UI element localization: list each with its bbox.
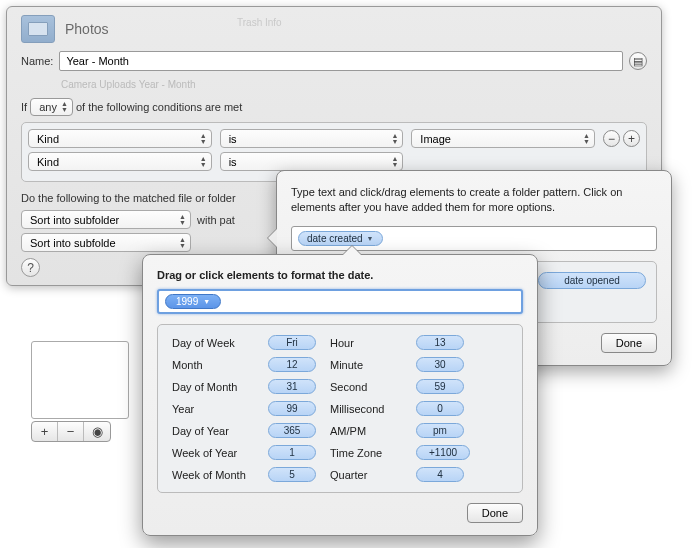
- add-button[interactable]: +: [32, 422, 58, 441]
- with-pattern-label: with pat: [197, 214, 235, 226]
- fmt-label: Year: [172, 403, 254, 415]
- done-button[interactable]: Done: [467, 503, 523, 523]
- cond-op-select[interactable]: is: [220, 129, 404, 148]
- fmt-token[interactable]: 12: [268, 357, 316, 372]
- format-box: Day of WeekFriHour13Month12Minute30Day o…: [157, 324, 523, 493]
- fmt-label: Week of Year: [172, 447, 254, 459]
- fmt-label: Day of Year: [172, 425, 254, 437]
- name-input[interactable]: [59, 51, 623, 71]
- preview-button[interactable]: ◉: [84, 422, 110, 441]
- bottom-toolbar: + − ◉: [31, 421, 111, 442]
- faded-tabs: Trash Info: [237, 17, 282, 28]
- folder-icon: [21, 15, 55, 43]
- bottom-panel: [31, 341, 129, 419]
- pattern-help-text: Type text and click/drag elements to cre…: [291, 185, 657, 216]
- fmt-label: Day of Week: [172, 337, 254, 349]
- fmt-label: Quarter: [330, 469, 402, 481]
- fmt-label: Minute: [330, 359, 402, 371]
- window-title: Photos: [65, 21, 109, 37]
- cond-attr-select[interactable]: Kind: [28, 152, 212, 171]
- help-button[interactable]: ?: [21, 258, 40, 277]
- cond-attr-select[interactable]: Kind: [28, 129, 212, 148]
- if-text-1: If: [21, 101, 27, 113]
- example-token-year[interactable]: 1999▼: [165, 294, 221, 309]
- fmt-label: AM/PM: [330, 425, 402, 437]
- fmt-label: Hour: [330, 337, 402, 349]
- date-format-popover: Drag or click elements to format the dat…: [142, 254, 538, 536]
- token-date-created[interactable]: date created▼: [298, 231, 383, 246]
- fmt-token[interactable]: 1: [268, 445, 316, 460]
- fmt-token[interactable]: 365: [268, 423, 316, 438]
- fmt-token[interactable]: Fri: [268, 335, 316, 350]
- cond-val-select[interactable]: Image: [411, 129, 595, 148]
- fmt-token[interactable]: 5: [268, 467, 316, 482]
- add-condition-button[interactable]: +: [623, 130, 640, 147]
- fmt-token[interactable]: pm: [416, 423, 464, 438]
- fmt-label: Time Zone: [330, 447, 402, 459]
- name-label: Name:: [21, 55, 53, 67]
- fmt-token[interactable]: 59: [416, 379, 464, 394]
- fmt-token[interactable]: +1100: [416, 445, 470, 460]
- if-any-select[interactable]: any: [30, 98, 73, 116]
- token-date-opened[interactable]: date opened: [538, 272, 646, 289]
- if-text-2: of the following conditions are met: [76, 101, 242, 113]
- fmt-label: Second: [330, 381, 402, 393]
- fmt-label: Month: [172, 359, 254, 371]
- fmt-label: Day of Month: [172, 381, 254, 393]
- fmt-label: Millisecond: [330, 403, 402, 415]
- cond-op-select[interactable]: is: [220, 152, 404, 171]
- action-select[interactable]: Sort into subfolde: [21, 233, 191, 252]
- remove-condition-button[interactable]: −: [603, 130, 620, 147]
- date-format-title: Drag or click elements to format the dat…: [157, 269, 523, 281]
- if-section: If any of the following conditions are m…: [21, 98, 647, 116]
- action-select[interactable]: Sort into subfolder: [21, 210, 191, 229]
- condition-row: Kind is Image − +: [28, 129, 640, 148]
- faded-path: Camera Uploads Year - Month: [61, 79, 647, 90]
- condition-row: Kind is −+: [28, 152, 640, 171]
- remove-button[interactable]: −: [58, 422, 84, 441]
- fmt-token[interactable]: 13: [416, 335, 464, 350]
- fmt-token[interactable]: 31: [268, 379, 316, 394]
- date-example-field[interactable]: 1999▼: [157, 289, 523, 314]
- name-extra-button[interactable]: ▤: [629, 52, 647, 70]
- if-any-label: any: [39, 101, 57, 113]
- fmt-token[interactable]: 4: [416, 467, 464, 482]
- fmt-token[interactable]: 0: [416, 401, 464, 416]
- fmt-token[interactable]: 30: [416, 357, 464, 372]
- done-button[interactable]: Done: [601, 333, 657, 353]
- fmt-label: Week of Month: [172, 469, 254, 481]
- fmt-token[interactable]: 99: [268, 401, 316, 416]
